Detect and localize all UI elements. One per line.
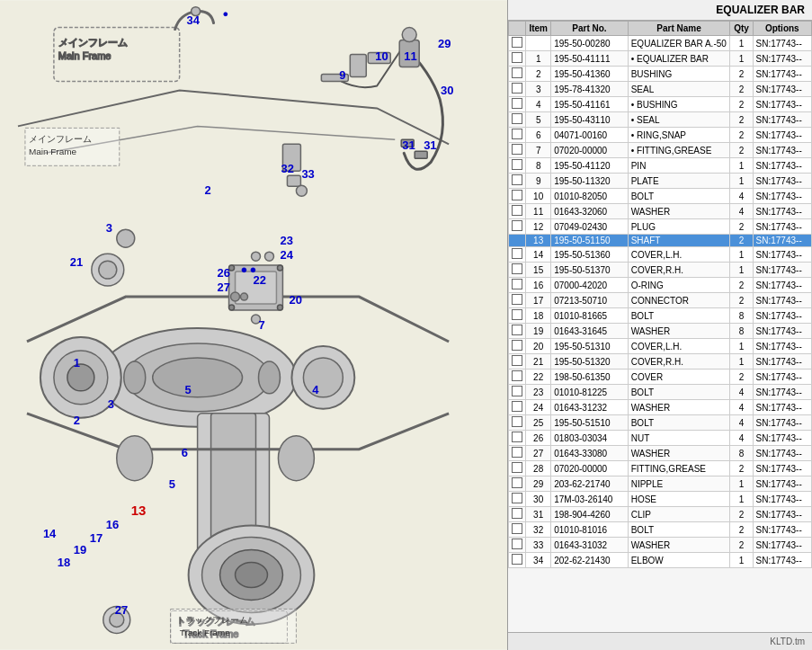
row-checkbox[interactable] xyxy=(512,144,522,155)
table-row[interactable]: 31198-904-4260CLIP2SN:17743-- xyxy=(509,507,812,522)
row-checkbox[interactable] xyxy=(512,309,522,320)
row-checkbox[interactable] xyxy=(512,174,522,185)
row-checkbox[interactable] xyxy=(512,37,522,48)
table-row[interactable]: 2401643-31232WASHER4SN:17743-- xyxy=(509,400,812,415)
row-checkbox[interactable] xyxy=(512,205,522,216)
row-checkbox[interactable] xyxy=(512,52,522,63)
table-row[interactable]: 2807020-00000FITTING,GREASE2SN:17743-- xyxy=(509,461,812,476)
table-row[interactable]: 15195-50-51370COVER,R.H.1SN:17743-- xyxy=(509,263,812,278)
table-row[interactable]: 3195-78-41320SEAL2SN:17743-- xyxy=(509,82,812,97)
diagram-panel: メインフレーム Main Frame トラックフレーム Track Frame xyxy=(0,0,508,650)
row-checkbox[interactable] xyxy=(512,159,522,170)
svg-text:11: 11 xyxy=(404,49,416,63)
parts-table-container[interactable]: Item Part No. Part Name Qty Options 195-… xyxy=(508,21,812,632)
row-qty: 1 xyxy=(730,492,753,507)
row-checkbox[interactable] xyxy=(512,493,522,503)
table-row[interactable]: 21195-50-51320COVER,R.H.1SN:17743-- xyxy=(509,354,812,370)
row-item xyxy=(526,36,551,51)
row-qty: 2 xyxy=(730,370,753,385)
table-row[interactable]: 1801010-81665BOLT8SN:17743-- xyxy=(509,308,812,324)
row-checkbox[interactable] xyxy=(512,554,522,565)
table-row[interactable]: 1001010-82050BOLT4SN:17743-- xyxy=(509,189,812,204)
row-part-name: • SEAL xyxy=(628,112,730,128)
row-checkbox[interactable] xyxy=(512,477,522,488)
row-checkbox[interactable] xyxy=(512,401,522,412)
table-row[interactable]: 1101643-32060WASHER4SN:17743-- xyxy=(509,204,812,219)
row-options: SN:17743-- xyxy=(753,446,811,461)
row-qty: 8 xyxy=(730,308,753,324)
row-checkbox[interactable] xyxy=(512,83,522,93)
table-row[interactable]: 3017M-03-26140HOSE1SN:17743-- xyxy=(509,492,812,507)
svg-text:21: 21 xyxy=(70,255,83,269)
table-row[interactable]: 2195-50-41360BUSHING2SN:17743-- xyxy=(509,67,812,82)
row-checkbox[interactable] xyxy=(512,432,522,442)
table-row[interactable]: 1707213-50710CONNECTOR2SN:17743-- xyxy=(509,293,812,308)
table-row[interactable]: 29203-62-21740NIPPLE1SN:17743-- xyxy=(509,476,812,492)
row-checkbox[interactable] xyxy=(512,325,522,335)
row-part-name: • FITTING,GREASE xyxy=(628,143,730,158)
table-row[interactable]: 25195-50-51510BOLT4SN:17743-- xyxy=(509,415,812,431)
table-row[interactable]: 14195-50-51360COVER,L.H.1SN:17743-- xyxy=(509,247,812,263)
table-row[interactable]: 3301643-31032WASHER2SN:17743-- xyxy=(509,538,812,553)
row-checkbox[interactable] xyxy=(512,539,522,549)
row-qty: 2 xyxy=(730,143,753,158)
row-checkbox[interactable] xyxy=(512,370,522,381)
row-checkbox[interactable] xyxy=(512,220,522,231)
table-row[interactable]: 34202-62-21430ELBOW1SN:17743-- xyxy=(509,553,812,568)
row-checkbox[interactable] xyxy=(512,416,522,427)
table-row[interactable]: 22198-50-61350COVER2SN:17743-- xyxy=(509,370,812,385)
row-checkbox[interactable] xyxy=(512,67,522,78)
row-part-name: CLIP xyxy=(628,507,730,522)
svg-text:●: ● xyxy=(223,8,229,19)
svg-point-26 xyxy=(117,229,135,247)
row-checkbox[interactable] xyxy=(512,386,522,396)
row-checkbox[interactable] xyxy=(512,129,522,139)
table-row[interactable]: 2301010-81225BOLT4SN:17743-- xyxy=(509,385,812,400)
row-part-number: 195-50-41120 xyxy=(551,158,628,174)
table-row[interactable]: 604071-00160• RING,SNAP2SN:17743-- xyxy=(509,128,812,143)
svg-text:2: 2 xyxy=(205,183,211,197)
table-row[interactable]: 2601803-03034NUT4SN:17743-- xyxy=(509,431,812,446)
row-checkbox[interactable] xyxy=(512,523,522,534)
row-checkbox[interactable] xyxy=(512,447,522,458)
table-row[interactable]: 4195-50-41161• BUSHING2SN:17743-- xyxy=(509,97,812,112)
row-checkbox[interactable] xyxy=(512,340,522,351)
table-row[interactable]: 13195-50-51150SHAFT2SN:17743-- xyxy=(509,235,812,247)
row-checkbox[interactable] xyxy=(512,113,522,124)
row-options: SN:17743-- xyxy=(753,174,811,189)
row-checkbox[interactable] xyxy=(512,248,522,259)
table-row[interactable]: 1607000-42020O-RING2SN:17743-- xyxy=(509,278,812,293)
table-row[interactable]: 195-50-00280EQUALIZER BAR A.-501SN:17743… xyxy=(509,36,812,51)
row-checkbox[interactable] xyxy=(512,462,522,473)
table-row[interactable]: 2701643-33080WASHER8SN:17743-- xyxy=(509,446,812,461)
row-checkbox[interactable] xyxy=(512,355,522,366)
table-row[interactable]: 8195-50-41120PIN1SN:17743-- xyxy=(509,158,812,174)
table-row[interactable]: 707020-00000• FITTING,GREASE2SN:17743-- xyxy=(509,143,812,158)
row-checkbox[interactable] xyxy=(512,98,522,109)
row-checkbox[interactable] xyxy=(512,508,522,519)
row-part-number: 07020-00000 xyxy=(551,461,628,476)
table-row[interactable]: 9195-50-11320PLATE1SN:17743-- xyxy=(509,174,812,189)
svg-rect-92 xyxy=(171,609,297,643)
row-part-name: NIPPLE xyxy=(628,476,730,492)
row-qty: 8 xyxy=(730,446,753,461)
row-item: 29 xyxy=(526,476,551,492)
row-checkbox-cell xyxy=(509,415,526,431)
table-row[interactable]: 20195-50-51310COVER,L.H.1SN:17743-- xyxy=(509,339,812,354)
table-row[interactable]: 5195-50-43110• SEAL2SN:17743-- xyxy=(509,112,812,128)
row-checkbox[interactable] xyxy=(512,279,522,289)
row-part-name: • RING,SNAP xyxy=(628,128,730,143)
row-checkbox[interactable] xyxy=(512,263,522,274)
row-item: 19 xyxy=(526,324,551,339)
row-part-number: 01643-31645 xyxy=(551,324,628,339)
row-checkbox[interactable] xyxy=(512,294,522,305)
table-row[interactable]: 3201010-81016BOLT2SN:17743-- xyxy=(509,522,812,538)
row-checkbox-cell xyxy=(509,507,526,522)
row-options: SN:17743-- xyxy=(753,97,811,112)
table-row[interactable]: 1901643-31645WASHER8SN:17743-- xyxy=(509,324,812,339)
row-checkbox-cell xyxy=(509,553,526,568)
row-checkbox[interactable] xyxy=(512,190,522,200)
table-row[interactable]: 1195-50-41111• EQUALIZER BAR1SN:17743-- xyxy=(509,51,812,67)
row-checkbox-cell xyxy=(509,67,526,82)
table-row[interactable]: 1207049-02430PLUG2SN:17743-- xyxy=(509,219,812,235)
